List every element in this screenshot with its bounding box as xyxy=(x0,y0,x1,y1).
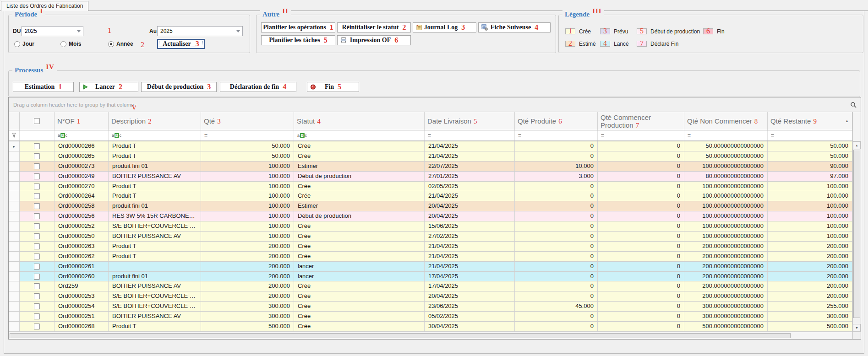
cell-commencer: 0 xyxy=(598,302,684,311)
actualiser-button[interactable]: Actualiser3 xyxy=(157,39,205,49)
table-row-ord00000273[interactable]: Ord00000273produit fini 01100.000Estimer… xyxy=(9,162,852,172)
column-header-date-livraison[interactable]: Date Livraison5 xyxy=(425,112,515,130)
table-row-ord00000270[interactable]: Ord00000270Produit T100.000Crée02/05/202… xyxy=(9,182,852,192)
table-row-ord00000260[interactable]: Ord00000260produit fini 01200.000lancer1… xyxy=(9,272,852,282)
scroll-up-button[interactable]: ▲ xyxy=(853,141,861,149)
filter-cell-qte-non-commencer[interactable]: = xyxy=(684,130,768,140)
equals-filter-icon: = xyxy=(688,132,691,139)
button-fiche-suiveuse[interactable]: Fiche Suiveuse4 xyxy=(478,22,551,32)
row-checkbox[interactable] xyxy=(34,324,40,329)
group-by-bar[interactable]: Drag a column header here to group by th… xyxy=(9,97,861,112)
row-checkbox[interactable] xyxy=(34,274,40,280)
cell-date: 05/02/2025 xyxy=(425,312,515,321)
table-row-ord00000265[interactable]: Ord00000265Produit T50.000Crée21/04/2025… xyxy=(9,151,852,162)
filter-cell-n-of[interactable]: aBc xyxy=(55,130,109,140)
row-checkbox[interactable] xyxy=(34,233,40,239)
table-row-ord00000254[interactable]: Ord00000254S/E BOITIER+COUVERCLE …300.00… xyxy=(9,302,852,312)
record-icon xyxy=(310,84,316,90)
table-row-ord00000256[interactable]: Ord00000256RES 3W 5% 15R CARBONE…100.000… xyxy=(9,211,852,221)
table-row-ord00000261[interactable]: Ord00000261200.000lancer21/04/202500200.… xyxy=(9,262,852,272)
table-row-ord00000258[interactable]: Ord00000258produit fini 01100.000Estimer… xyxy=(9,201,852,211)
cell-statut: Crée xyxy=(294,252,425,261)
button-fin[interactable]: Fin5 xyxy=(307,82,359,92)
radio-anne-e[interactable]: Année xyxy=(108,41,133,47)
cell-date: 21/04/2025 xyxy=(425,141,515,151)
table-row-ord00000253[interactable]: Ord00000253S/E BOITIER+COUVERCLE …200.00… xyxy=(9,291,852,302)
button-de-but-de-production[interactable]: Début de production3 xyxy=(141,82,217,92)
button-journal-log[interactable]: Journal Log3 xyxy=(413,22,476,32)
row-checkbox[interactable] xyxy=(34,264,40,270)
row-checkbox-cell xyxy=(20,211,55,221)
vertical-scrollbar[interactable]: ▲ ▼ xyxy=(853,141,861,332)
du-year-combo[interactable]: 2025 xyxy=(22,26,83,36)
button-planifier-les-ope-rations[interactable]: Planifier les opérations1 xyxy=(261,22,335,32)
row-checkbox[interactable] xyxy=(34,193,40,199)
button-planifier-les-ta-ches[interactable]: Planifier les tâches5 xyxy=(261,35,335,45)
column-header-qte-produite[interactable]: Qté Produite6 xyxy=(515,112,598,130)
cell-non_commencer: 200.000000000000000 xyxy=(684,252,768,261)
search-icon[interactable] xyxy=(850,102,857,110)
filter-cell-description[interactable]: aBc xyxy=(109,130,201,140)
column-header-qte[interactable]: Qté3 xyxy=(201,112,294,130)
row-checkbox[interactable] xyxy=(34,293,40,299)
filter-cell-qte-restante[interactable]: = xyxy=(768,130,852,140)
row-checkbox[interactable] xyxy=(34,183,40,189)
vertical-scrollbar-thumb[interactable] xyxy=(853,150,860,318)
row-checkbox[interactable] xyxy=(34,313,40,319)
cell-commencer: 0 xyxy=(598,322,684,331)
filter-cell-qte[interactable]: = xyxy=(201,130,294,140)
row-checkbox[interactable] xyxy=(34,143,40,149)
horizontal-scrollbar[interactable] xyxy=(9,332,861,339)
column-header-qte-commencer-production[interactable]: Qté Commencer Production7 xyxy=(598,112,684,130)
scroll-down-button[interactable]: ▼ xyxy=(853,324,861,332)
table-row-ord259[interactable]: Ord259BOITIER PUISSANCE AV200.000Crée17/… xyxy=(9,281,852,291)
tab-liste-ordres-fabrication[interactable]: Liste des Ordres de Fabrication xyxy=(1,1,88,11)
table-row-ord00000249[interactable]: Ord00000249BOITIER PUISSANCE AV100.000Dé… xyxy=(9,172,852,182)
au-year-combo[interactable]: 2025 xyxy=(157,26,243,36)
column-header-statut[interactable]: Statut4 xyxy=(294,112,425,130)
row-checkbox[interactable] xyxy=(34,303,40,309)
horizontal-scrollbar-thumb[interactable] xyxy=(10,333,791,338)
cell-statut: Crée xyxy=(294,302,425,311)
button-label: Estimation xyxy=(25,83,55,91)
filter-cell-qte-produite[interactable]: = xyxy=(515,130,598,140)
column-header-description[interactable]: Description2 xyxy=(109,112,201,130)
button-impression-of[interactable]: Impression OF6 xyxy=(337,35,411,45)
row-indicator xyxy=(9,191,20,201)
row-checkbox[interactable] xyxy=(34,213,40,219)
filter-cell-statut[interactable]: aBc xyxy=(294,130,425,140)
row-checkbox[interactable] xyxy=(34,153,40,159)
table-row-ord00000252[interactable]: Ord00000252S/E BOITIER+COUVERCLE …100.00… xyxy=(9,221,852,232)
button-de-claration-de-fin[interactable]: Déclaration de fin4 xyxy=(220,82,296,92)
row-checkbox[interactable] xyxy=(34,223,40,229)
du-label: DU xyxy=(13,28,21,34)
button-lancer[interactable]: Lancer2 xyxy=(79,82,138,92)
table-row-ord00000250[interactable]: Ord00000250BOITIER PUISSANCE AV100.000Cr… xyxy=(9,232,852,242)
table-row-ord00000268[interactable]: Ord00000268Produit T500.000Crée30/04/202… xyxy=(9,322,852,332)
row-checkbox[interactable] xyxy=(34,203,40,209)
radio-mois[interactable]: Mois xyxy=(60,41,81,47)
table-row-ord00000251[interactable]: Ord00000251BOITIER PUISSANCE AV300.000Cr… xyxy=(9,312,852,322)
row-checkbox[interactable] xyxy=(34,243,40,249)
table-row-ord00000262[interactable]: Ord00000262Produit T200.000Crée21/04/202… xyxy=(9,252,852,262)
legend-swatch: 1 xyxy=(565,28,575,34)
row-checkbox[interactable] xyxy=(34,254,40,259)
table-row-ord00000263[interactable]: Ord00000263Produit T200.000Crée21/04/202… xyxy=(9,242,852,252)
select-all-checkbox[interactable] xyxy=(34,118,40,124)
table-row-ord00000266[interactable]: ▸Ord00000266Produit T50.000Crée21/04/202… xyxy=(9,141,852,151)
row-checkbox[interactable] xyxy=(34,163,40,169)
radio-jour[interactable]: Jour xyxy=(14,41,34,47)
button-estimation[interactable]: Estimation1 xyxy=(13,82,74,92)
column-header-n-of[interactable]: N°OF1 xyxy=(55,112,109,130)
filter-cell-date-livraison[interactable]: = xyxy=(425,130,515,140)
column-header-qte-non-commencer[interactable]: Qté Non Commencer8 xyxy=(684,112,768,130)
button-re-initialiser-le-statut[interactable]: Réinitialiser le statut2 xyxy=(337,22,411,32)
select-all-header-cell xyxy=(20,112,55,130)
column-header-qte-restante[interactable]: Qté Restante9▲ xyxy=(768,112,852,130)
table-row-ord00000264[interactable]: Ord00000264Produit T100.000Crée21/04/202… xyxy=(9,191,852,201)
row-checkbox[interactable] xyxy=(34,173,40,179)
filter-icon[interactable] xyxy=(11,131,16,140)
filter-cell-qte-commencer-production[interactable]: = xyxy=(598,130,684,140)
cell-desc: BOITIER PUISSANCE AV xyxy=(109,281,201,291)
row-checkbox[interactable] xyxy=(34,283,40,289)
